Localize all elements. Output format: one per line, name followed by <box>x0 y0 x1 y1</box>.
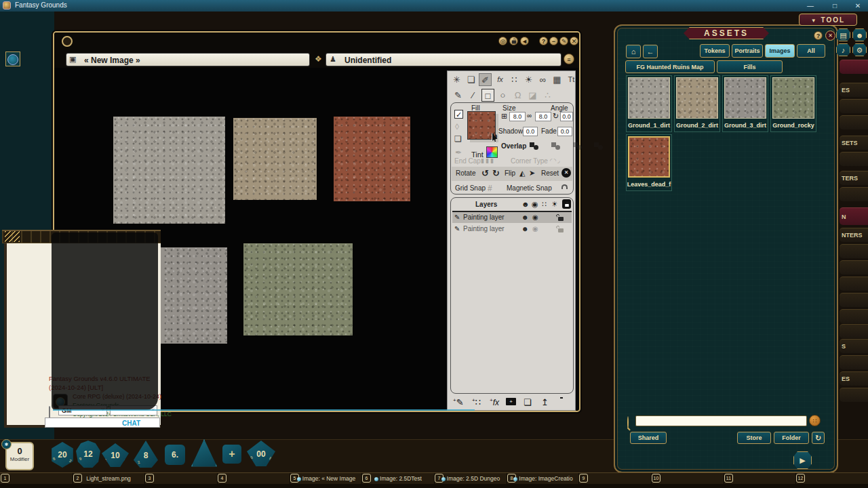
maximize-button[interactable]: □ <box>829 1 841 11</box>
layer-mask-icon[interactable]: ☻ <box>521 214 529 221</box>
layers-tool-icon[interactable]: ❏ <box>465 73 477 86</box>
sidebar-tab[interactable] <box>840 277 868 291</box>
taskbar-slot[interactable]: Image: 2.5DTest <box>361 474 433 483</box>
identity-field[interactable]: ♟ Unidentified <box>326 53 561 66</box>
asset-thumbnail[interactable] <box>772 77 814 119</box>
export-icon[interactable]: ↥ <box>541 397 549 407</box>
sidebar-tab[interactable]: NTERS <box>840 228 868 242</box>
sidebar-tab[interactable] <box>840 244 868 258</box>
asset-thumbnail[interactable] <box>676 77 718 119</box>
editor-logo-icon[interactable] <box>62 36 73 47</box>
fade-input[interactable]: 0.0 <box>557 127 572 136</box>
d6-die[interactable]: 6. <box>165 445 185 465</box>
sidebar-tab[interactable] <box>840 260 868 274</box>
angle-rotate-icon[interactable]: ↻ <box>553 112 559 121</box>
pan-tool-icon[interactable]: ✳ <box>450 73 463 86</box>
asset-cell[interactable]: Ground_2_dirt <box>674 75 720 132</box>
assets-close-button[interactable]: ✕ <box>825 30 835 41</box>
add-fx-icon[interactable]: +fx <box>490 397 499 407</box>
pencil-shape-icon[interactable]: ✎ <box>452 89 465 102</box>
share-button[interactable]: ◄ <box>520 37 529 45</box>
eyedropper-icon[interactable]: ✒ <box>455 148 462 157</box>
tab-all[interactable]: All <box>797 44 825 58</box>
layer-unlock-icon[interactable] <box>558 228 564 232</box>
layer-row-selected[interactable]: ✎ Painting layer ☻ ◉ <box>452 212 572 223</box>
sidebar-tab[interactable]: N <box>840 207 868 225</box>
layer-eye-icon[interactable]: ◉ <box>532 225 538 232</box>
sidebar-tab[interactable]: ES <box>840 83 868 97</box>
sidebar-hex-gear-button[interactable]: ⚙ <box>852 43 867 56</box>
link-icon[interactable]: ∞ <box>527 112 532 119</box>
layer-mask-icon[interactable]: ☻ <box>521 225 529 232</box>
asset-search-input[interactable] <box>635 415 807 426</box>
brush-tool-icon[interactable]: ✐ <box>479 73 492 86</box>
fill-enabled-checkbox[interactable]: ✓ <box>454 110 463 119</box>
angle-input[interactable]: 0.0 <box>560 112 573 121</box>
sidebar-tab[interactable] <box>840 355 868 369</box>
asset-thumbnail[interactable] <box>628 77 670 119</box>
tint-color-wheel[interactable] <box>486 146 498 158</box>
play-button[interactable]: ▶ <box>793 451 812 469</box>
text-tool-icon[interactable]: Tt <box>565 73 578 86</box>
canvas-texture-rocky[interactable] <box>243 243 353 336</box>
help-button[interactable]: ? <box>539 37 548 45</box>
mask-tool-icon[interactable]: ∞ <box>536 73 549 86</box>
import-image-icon[interactable]: ❏ <box>454 134 462 144</box>
layer-eye-icon[interactable]: ◉ <box>532 214 538 221</box>
edit-button[interactable]: ✎ <box>559 37 568 45</box>
layer-unlock-icon[interactable] <box>558 217 564 221</box>
light-tool-icon[interactable]: ☀ <box>522 73 535 86</box>
reset-icon[interactable]: ✕ <box>561 168 571 178</box>
sidebar-tab[interactable]: SETS <box>840 136 868 150</box>
asset-cell[interactable]: Ground_rocky <box>770 75 816 132</box>
duplicate-icon[interactable]: ❏ <box>524 397 532 407</box>
field-menu-button[interactable]: ≡ <box>564 54 574 64</box>
sidebar-tab[interactable] <box>840 115 868 129</box>
flip-vertical-icon[interactable]: ➤ <box>529 169 535 178</box>
sidebar-tab[interactable]: TERS <box>840 171 868 185</box>
taskbar-slot[interactable]: Light_stream.png <box>73 474 144 483</box>
layers-lock-icon[interactable] <box>562 199 571 209</box>
shared-button[interactable]: Shared <box>630 432 667 444</box>
close-window-button[interactable]: ✕ <box>570 37 578 45</box>
eraser-shape-icon[interactable]: ◪ <box>526 89 539 102</box>
asset-cell[interactable]: Ground_1_dirt <box>626 75 672 132</box>
sidebar-tab[interactable]: S <box>840 339 868 353</box>
assets-help-button[interactable]: ? <box>814 31 823 40</box>
asset-cell[interactable]: Ground_3_dirt <box>722 75 768 132</box>
add-layer-icon[interactable]: +∷ <box>472 397 481 407</box>
overlap-mode-4-icon[interactable] <box>594 142 603 150</box>
assets-title-ribbon[interactable]: ASSETS <box>684 27 769 39</box>
sidebar-tab[interactable] <box>840 293 868 307</box>
grid-snap-icon[interactable]: # <box>488 184 492 193</box>
sidebar-tab[interactable] <box>840 324 868 338</box>
close-button[interactable]: ✕ <box>852 1 864 11</box>
layer-row[interactable]: ✎ Painting layer ☻ ◉ <box>452 224 572 235</box>
modifier-badge[interactable]: ✱ <box>1 439 12 449</box>
taskbar-slot[interactable]: Image: 2.5D Dungeo <box>434 474 506 483</box>
layers-eye-icon[interactable]: ◉ <box>532 200 538 209</box>
sidebar-hex-book-button[interactable]: ▤ <box>836 28 850 41</box>
sidebar-tab[interactable] <box>840 60 868 74</box>
layers-pattern-icon[interactable]: ∷ <box>542 200 547 209</box>
canvas-texture-leaves[interactable] <box>334 117 410 201</box>
sidebar-tab[interactable]: ES <box>840 371 868 386</box>
circle-shape-icon[interactable]: ○ <box>496 89 509 102</box>
tab-portraits[interactable]: Portraits <box>732 44 763 58</box>
layers-mask-icon[interactable]: ☻ <box>521 200 530 208</box>
magnet-icon[interactable] <box>561 184 568 189</box>
identity-quick-button[interactable] <box>5 52 20 66</box>
tool-dropdown-button[interactable]: ▼ TOOL <box>799 14 857 26</box>
fx-tool-icon[interactable]: fx <box>494 73 507 86</box>
bucket-icon[interactable]: ◊ <box>455 122 459 131</box>
asset-thumbnail[interactable] <box>724 77 766 119</box>
sidebar-tab[interactable] <box>840 99 868 113</box>
overlap-mode-2-icon[interactable] <box>551 142 560 150</box>
image-name-field[interactable]: ▣ « New Image » <box>66 53 310 66</box>
stamp-shape-icon[interactable]: Ω <box>511 89 524 102</box>
sidebar-hex-note-button[interactable]: ♪ <box>836 43 850 56</box>
spray-shape-icon[interactable]: ∴ <box>541 89 554 102</box>
asset-grid-view-button[interactable]: ∷ <box>809 415 821 426</box>
minimize-button[interactable]: — <box>804 1 816 11</box>
grid-tool-icon[interactable]: ▦ <box>551 73 564 86</box>
